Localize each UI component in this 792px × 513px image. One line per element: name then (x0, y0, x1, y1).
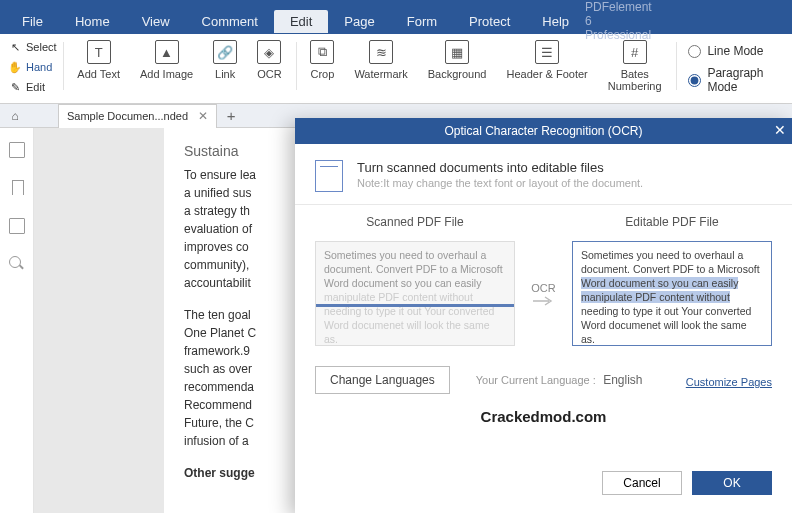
bates-button[interactable]: #Bates Numbering (598, 36, 672, 92)
thumbnail-panel (34, 128, 164, 513)
background-icon: ▦ (445, 40, 469, 64)
cursor-icon: ↖ (8, 40, 22, 54)
menu-file[interactable]: File (6, 14, 59, 29)
menu-view[interactable]: View (126, 14, 186, 29)
menu-bar: File Home View Comment Edit Page Form Pr… (0, 8, 792, 34)
bookmark-icon[interactable] (9, 180, 25, 196)
hand-icon: ✋ (8, 60, 22, 74)
search-icon[interactable] (9, 256, 25, 272)
scanned-label: Scanned PDF File (315, 215, 515, 229)
header-footer-icon: ☰ (535, 40, 559, 64)
image-icon: ▲ (155, 40, 179, 64)
dialog-title-bar: Optical Character Recognition (OCR) ✕ (295, 118, 792, 144)
header-footer-button[interactable]: ☰Header & Footer (496, 36, 597, 80)
thumbnail-icon[interactable] (9, 142, 25, 158)
panel-icon[interactable] (9, 218, 25, 234)
text-icon: T (87, 40, 111, 64)
crop-icon: ⧉ (310, 40, 334, 64)
app-title: PDFelement 6 Professional (585, 0, 652, 42)
cancel-button[interactable]: Cancel (602, 471, 682, 495)
edit-tool[interactable]: ✎Edit (6, 78, 59, 96)
add-image-button[interactable]: ▲Add Image (130, 36, 203, 80)
side-tools: ↖Select ✋Hand ✎Edit (6, 36, 59, 96)
document-tab[interactable]: Sample Documen...nded ✕ (58, 104, 217, 128)
change-languages-button[interactable]: Change Languages (315, 366, 450, 394)
tab-label: Sample Documen...nded (67, 110, 188, 122)
menu-protect[interactable]: Protect (453, 14, 526, 29)
editable-preview: Sometimes you need to overhaul a documen… (572, 241, 772, 346)
language-hint: Your Current Language : (476, 374, 596, 386)
watermark-icon: ≋ (369, 40, 393, 64)
ocr-dialog: Optical Character Recognition (OCR) ✕ Tu… (295, 118, 792, 513)
left-rail (0, 128, 34, 513)
ribbon: ↖Select ✋Hand ✎Edit TAdd Text ▲Add Image… (0, 34, 792, 104)
arrow-icon (533, 296, 555, 306)
add-text-button[interactable]: TAdd Text (67, 36, 130, 80)
dialog-title: Optical Character Recognition (OCR) (444, 124, 642, 138)
menu-comment[interactable]: Comment (186, 14, 274, 29)
close-tab-icon[interactable]: ✕ (198, 109, 208, 123)
ocr-button[interactable]: ◈OCR (247, 36, 291, 80)
menu-edit[interactable]: Edit (274, 10, 328, 33)
ok-button[interactable]: OK (692, 471, 772, 495)
menu-page[interactable]: Page (328, 14, 390, 29)
menu-form[interactable]: Form (391, 14, 453, 29)
dialog-subheading: Note:It may change the text font or layo… (357, 177, 643, 189)
crop-button[interactable]: ⧉Crop (300, 36, 344, 80)
doc-icon (315, 160, 343, 192)
link-button[interactable]: 🔗Link (203, 36, 247, 80)
dialog-heading: Turn scanned documents into editable fil… (357, 160, 643, 175)
hand-tool[interactable]: ✋Hand (6, 58, 59, 76)
ocr-icon: ◈ (257, 40, 281, 64)
menu-home[interactable]: Home (59, 14, 126, 29)
customize-pages-link[interactable]: Customize Pages (686, 376, 772, 388)
dialog-close-icon[interactable]: ✕ (774, 122, 786, 138)
watermark-button[interactable]: ≋Watermark (344, 36, 417, 80)
watermark-text: Crackedmod.com (315, 408, 772, 425)
home-icon[interactable]: ⌂ (0, 109, 30, 123)
link-icon: 🔗 (213, 40, 237, 64)
paragraph-mode-radio[interactable]: Paragraph Mode (688, 66, 772, 94)
ocr-arrow: OCR (519, 282, 569, 306)
pencil-icon: ✎ (8, 80, 22, 94)
scanned-preview: Sometimes you need to overhaul a documen… (315, 241, 515, 346)
menu-help[interactable]: Help (526, 14, 585, 29)
editable-label: Editable PDF File (572, 215, 772, 229)
select-tool[interactable]: ↖Select (6, 38, 59, 56)
titlebar (0, 0, 792, 8)
line-mode-radio[interactable]: Line Mode (688, 44, 772, 58)
new-tab-button[interactable]: + (217, 107, 245, 124)
background-button[interactable]: ▦Background (418, 36, 497, 80)
bates-icon: # (623, 40, 647, 64)
edit-mode-group: Line Mode Paragraph Mode (680, 36, 786, 94)
dialog-header: Turn scanned documents into editable fil… (295, 144, 792, 205)
current-language: English (603, 373, 642, 387)
